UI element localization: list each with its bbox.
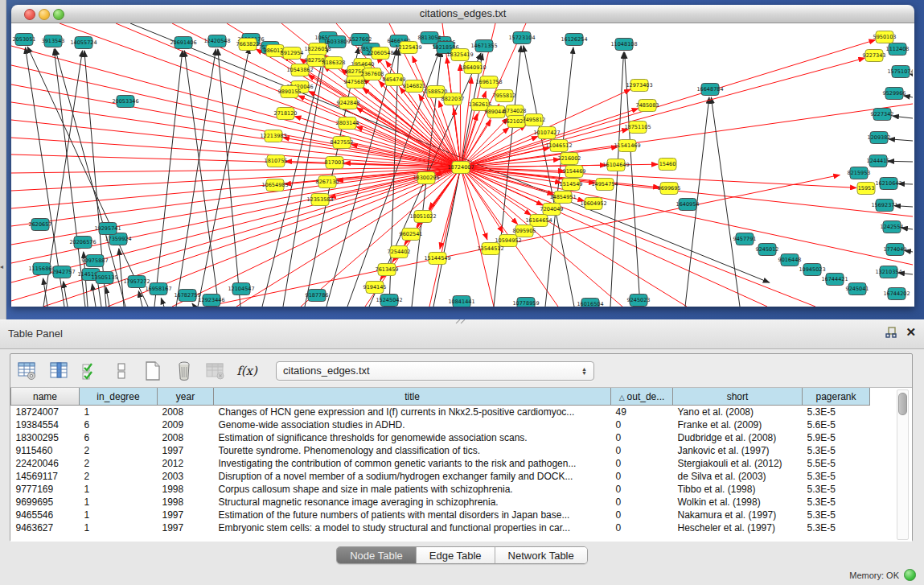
cell-name[interactable]: 19384554 [11, 418, 80, 431]
cell-name[interactable]: 9463627 [11, 521, 80, 534]
cell-title[interactable]: Estimation of significance thresholds fo… [214, 431, 611, 444]
cell-in_degree[interactable]: 2 [80, 470, 158, 483]
network-node[interactable]: 8427552 [331, 137, 354, 149]
cell-short[interactable]: de Silva et al. (2003) [673, 470, 803, 483]
network-node[interactable]: 8822037 [441, 93, 465, 105]
cell-in_degree[interactable]: 2 [80, 444, 158, 457]
cell-in_degree[interactable]: 1 [80, 406, 158, 419]
network-node[interactable]: 9699695 [658, 183, 681, 195]
network-node[interactable]: 18051022 [409, 211, 436, 223]
cell-year[interactable]: 2008 [158, 406, 214, 419]
network-node[interactable]: 7663822 [236, 39, 260, 51]
cell-title[interactable]: Disruption of a novel member of a sodium… [214, 470, 611, 483]
new-column-icon[interactable] [142, 360, 163, 381]
cell-in_degree[interactable]: 1 [80, 509, 158, 521]
network-node[interactable]: 12420548 [203, 35, 230, 47]
left-collapse-strip[interactable]: ◂ [0, 0, 6, 319]
network-node[interactable]: 16126254 [561, 34, 587, 46]
cell-title[interactable]: Investigating the contribution of common… [214, 457, 611, 470]
network-node[interactable]: 10778959 [512, 298, 539, 307]
cell-out_degree[interactable]: 0 [611, 496, 673, 509]
window-titlebar[interactable]: citations_edges.txt [11, 5, 914, 23]
cell-pagerank[interactable]: 5.3E-5 [803, 444, 870, 457]
memory-status-indicator[interactable] [904, 569, 916, 581]
cell-pagerank[interactable]: 5.3E-5 [803, 521, 870, 534]
table-row[interactable]: 946362711997Embryonic stem cells: a mode… [11, 521, 898, 534]
tab-node-table[interactable]: Node Table [337, 547, 416, 563]
cell-pagerank[interactable]: 5.3E-5 [803, 509, 870, 521]
close-window-button[interactable] [24, 9, 35, 20]
cell-year[interactable]: 1997 [158, 444, 214, 457]
cell-short[interactable]: Wolkin et al. (1998) [673, 496, 803, 509]
network-node[interactable]: 9245023 [627, 295, 651, 307]
network-node[interactable]: 9194145 [363, 282, 387, 294]
column-header-title[interactable]: title [214, 388, 611, 406]
cell-year[interactable]: 2009 [158, 418, 214, 431]
column-selector-icon[interactable] [48, 360, 69, 381]
cell-out_degree[interactable]: 0 [611, 418, 673, 431]
cell-out_degree[interactable]: 0 [611, 470, 673, 483]
cell-short[interactable]: Jankovic et al. (1997) [673, 444, 803, 457]
table-mode-icon[interactable] [17, 360, 38, 381]
network-node[interactable]: 7613459 [376, 264, 399, 276]
network-node[interactable]: 9016448 [778, 254, 802, 266]
network-node[interactable]: 7204049 [540, 204, 564, 216]
cell-out_degree[interactable]: 0 [611, 483, 673, 496]
network-node[interactable]: 9245012 [756, 244, 779, 256]
cell-name[interactable]: 9115460 [11, 444, 80, 457]
network-node[interactable]: 2620657 [29, 219, 52, 231]
cell-out_degree[interactable]: 0 [611, 444, 673, 457]
network-node[interactable]: 1242554 [881, 221, 904, 233]
rows-icon[interactable] [111, 360, 132, 381]
table-select-dropdown[interactable]: citations_edges.txt ▲▼ [276, 361, 594, 381]
table-row[interactable]: 969969511998Structural magnetic resonanc… [11, 496, 898, 509]
column-header-in_degree[interactable]: in_degree [80, 388, 158, 406]
network-node[interactable]: 8912954 [281, 47, 304, 60]
cell-in_degree[interactable]: 1 [80, 496, 158, 509]
cell-name[interactable]: 9465546 [11, 509, 80, 521]
column-header-year[interactable]: year [158, 388, 214, 406]
collapse-arrow-icon[interactable]: ◂ [0, 264, 3, 270]
cell-short[interactable]: Yano et al. (2008) [673, 406, 803, 419]
cell-pagerank[interactable]: 5.3E-5 [803, 483, 870, 496]
network-node[interactable]: 15953 [857, 183, 875, 195]
network-node[interactable]: 7254402 [388, 246, 411, 258]
tab-network-table[interactable]: Network Table [495, 547, 587, 563]
cell-out_degree[interactable]: 0 [611, 431, 673, 444]
network-node[interactable]: 817003 [325, 157, 345, 169]
network-node[interactable]: 3216002 [558, 153, 581, 165]
cell-title[interactable]: Corpus callosum shape and size in male p… [214, 483, 611, 496]
network-node[interactable]: 8267130 [316, 176, 339, 188]
network-canvas[interactable]: 2053051391354314055724206914061242054822… [11, 23, 913, 307]
network-node[interactable]: 14055724 [70, 37, 97, 49]
network-node[interactable]: 7495812 [523, 114, 546, 126]
cell-pagerank[interactable]: 5.3E-5 [803, 496, 870, 509]
cell-short[interactable]: Stergiakouli et al. (2012) [673, 457, 803, 470]
network-node[interactable]: 18751105 [624, 122, 651, 134]
zoom-window-button[interactable] [53, 9, 64, 20]
network-node[interactable]: 1810755 [265, 155, 288, 167]
panel-splitter-grip[interactable] [454, 319, 467, 324]
cell-in_degree[interactable]: 1 [80, 521, 158, 534]
network-node[interactable]: 9154469 [563, 166, 586, 178]
network-node[interactable]: 9227343 [863, 50, 886, 62]
network-node[interactable]: 7485083 [636, 100, 659, 112]
network-node[interactable]: 20053346 [112, 96, 138, 108]
cell-name[interactable]: 9699695 [11, 496, 80, 509]
cell-title[interactable]: Structural magnetic resonance image aver… [214, 496, 611, 509]
network-node[interactable]: 16744202 [883, 288, 910, 300]
network-node[interactable]: 9245041 [846, 283, 869, 295]
network-node[interactable]: 9529966 [883, 88, 906, 100]
network-node[interactable]: 10945023 [799, 264, 825, 276]
network-node[interactable]: 16016504 [577, 299, 603, 307]
close-panel-icon[interactable]: ✕ [906, 327, 916, 338]
network-node[interactable]: 90975887 [81, 255, 108, 267]
table-row[interactable]: 911546021997Tourette syndrome. Phenomeno… [11, 444, 898, 457]
cell-short[interactable]: Dudbridge et al. (2008) [673, 431, 803, 444]
network-node[interactable]: 8186328 [322, 57, 346, 69]
network-node[interactable]: 2803144 [336, 117, 359, 130]
network-node[interactable]: 5950103 [873, 31, 897, 43]
network-node[interactable]: 20206576 [69, 237, 96, 249]
network-node[interactable]: 16744421 [821, 274, 848, 286]
table-row[interactable]: 2242004622012Investigating the contribut… [11, 457, 898, 470]
